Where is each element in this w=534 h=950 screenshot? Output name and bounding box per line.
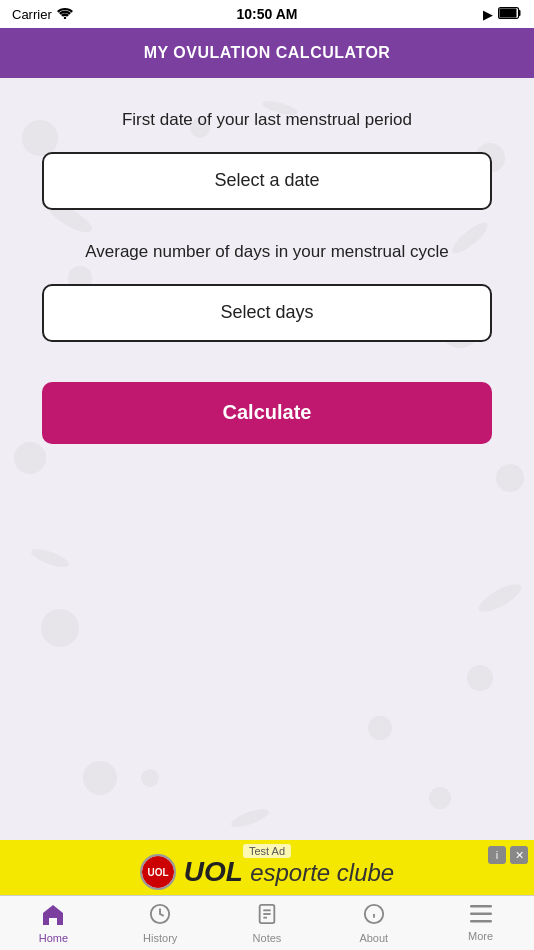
status-left: Carrier: [12, 7, 73, 22]
svg-point-8: [496, 464, 524, 492]
ad-banner: Test Ad UOL UOL esporte clube i ✕: [0, 840, 534, 895]
ad-content: UOL UOL esporte clube: [140, 854, 394, 890]
svg-point-22: [229, 806, 271, 831]
tab-history[interactable]: History: [107, 896, 214, 950]
notes-icon: [257, 903, 277, 929]
history-icon: [149, 903, 171, 929]
wifi-icon: [57, 7, 73, 22]
svg-rect-2: [500, 8, 517, 17]
app-header: MY OVULATION CALCULATOR: [0, 28, 534, 78]
svg-text:UOL: UOL: [147, 867, 168, 878]
svg-point-9: [41, 609, 79, 647]
tab-about[interactable]: About: [320, 896, 427, 950]
tab-more[interactable]: More: [427, 896, 534, 950]
more-icon: [470, 905, 492, 927]
svg-point-20: [475, 579, 525, 617]
ad-info-button[interactable]: i: [488, 846, 506, 864]
ad-close-button[interactable]: ✕: [510, 846, 528, 864]
about-icon: [363, 903, 385, 929]
content-inner: First date of your last menstrual period…: [0, 78, 534, 464]
tab-about-label: About: [359, 932, 388, 944]
svg-point-0: [64, 16, 66, 18]
tab-notes[interactable]: Notes: [214, 896, 321, 950]
tab-notes-label: Notes: [253, 932, 282, 944]
select-days-button[interactable]: Select days: [42, 284, 492, 342]
svg-point-19: [29, 546, 71, 571]
battery-icon: [498, 7, 522, 22]
app-title: MY OVULATION CALCULATOR: [144, 44, 391, 62]
home-icon: [41, 903, 65, 929]
svg-rect-35: [470, 920, 492, 923]
svg-point-12: [429, 787, 451, 809]
tab-home-label: Home: [39, 932, 68, 944]
uol-brand-text: UOL esporte clube: [184, 856, 394, 888]
carrier-label: Carrier: [12, 7, 52, 22]
tab-bar: Home History Notes: [0, 895, 534, 950]
tab-history-label: History: [143, 932, 177, 944]
tab-home[interactable]: Home: [0, 896, 107, 950]
calculate-button[interactable]: Calculate: [42, 382, 492, 444]
svg-point-11: [83, 761, 117, 795]
svg-rect-34: [470, 912, 492, 915]
svg-point-16: [368, 716, 392, 740]
tab-more-label: More: [468, 930, 493, 942]
period-label: First date of your last menstrual period: [122, 108, 412, 132]
status-right: ▶: [483, 7, 522, 22]
cycle-label: Average number of days in your menstrual…: [85, 240, 448, 264]
location-icon: ▶: [483, 7, 493, 22]
svg-rect-33: [470, 905, 492, 908]
status-time: 10:50 AM: [237, 6, 298, 22]
ad-test-label: Test Ad: [243, 844, 291, 858]
main-content: First date of your last menstrual period…: [0, 78, 534, 840]
select-date-button[interactable]: Select a date: [42, 152, 492, 210]
svg-point-10: [467, 665, 493, 691]
uol-logo: UOL: [140, 854, 176, 890]
status-bar: Carrier 10:50 AM ▶: [0, 0, 534, 28]
svg-point-15: [141, 769, 159, 787]
